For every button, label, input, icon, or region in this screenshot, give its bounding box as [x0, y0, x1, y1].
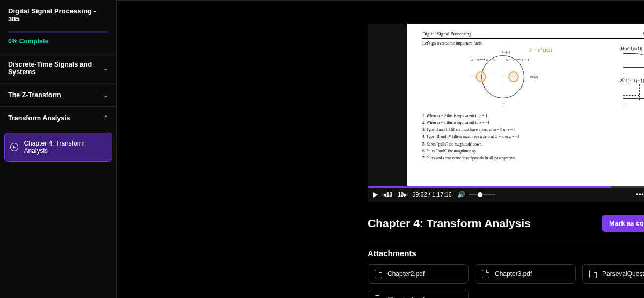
file-icon [482, 270, 489, 278]
video-time: 59:52 / 1:17:16 [412, 191, 451, 198]
section-title: Transform Analysis [8, 114, 70, 122]
video-player[interactable]: Digital Signal Processing Saad Almajdi L… [368, 24, 644, 202]
attachment-chapter4[interactable]: Chapter4.pdf [368, 290, 469, 298]
label-im: Im[z] [502, 50, 510, 54]
attachment-chapter3[interactable]: Chapter3.pdf [475, 264, 576, 284]
section-z-transform: The Z-Transform ⌄ [0, 83, 116, 106]
section-title: Discrete-Time Signals and Systems [8, 61, 103, 76]
skip-forward-button[interactable]: 10▸ [398, 192, 407, 198]
fact-item: When ω = 0 this is equivalent to z = 1 [422, 112, 644, 119]
attachments-heading: Attachments [368, 249, 644, 258]
chevron-down-icon: ⌄ [103, 64, 108, 72]
attachments-grid: Chapter2.pdf Chapter3.pdf ParsevalQuesti… [368, 264, 644, 298]
section-title: The Z-Transform [8, 91, 61, 99]
section-body: ▶ Chapter 4: Transform Analysis [0, 129, 116, 167]
attachment-chapter2[interactable]: Chapter2.pdf [368, 264, 469, 284]
slide-lead: Let's go over some important facts. [422, 41, 644, 46]
sidebar: Digital Signal Processing - 385 0% Compl… [0, 0, 117, 298]
fact-item: When ω = π this is equivalent to z = −1 [422, 119, 644, 126]
volume-control[interactable]: 🔊 [457, 191, 495, 198]
chapter-title: Chapter 4: Transform Analysis [368, 217, 531, 230]
section-header[interactable]: Transform Analysis ⌃ [0, 107, 116, 129]
section-header[interactable]: The Z-Transform ⌄ [0, 84, 116, 106]
fact-item: Poles and zeros come in reciprocals in a… [422, 155, 644, 162]
lesson-item-transform-analysis[interactable]: ▶ Chapter 4: Transform Analysis [4, 133, 112, 162]
section-transform-analysis: Transform Analysis ⌃ ▶ Chapter 4: Transf… [0, 106, 116, 167]
fact-item: Type II and III filters must have a zero… [422, 126, 644, 133]
progress: 0% Complete [0, 31, 116, 53]
mark-complete-button[interactable]: Mark as complete ✓ [602, 215, 644, 232]
volume-bar[interactable] [469, 194, 495, 195]
attachment-parseval[interactable]: ParsevalQuestion.pdf [582, 264, 644, 284]
label-left: ω = π ⟺ z = −1 [471, 57, 496, 62]
section-discrete-time: Discrete-Time Signals and Systems ⌄ [0, 53, 116, 83]
video-controls: ▶ ◂10 10▸ 59:52 / 1:17:16 🔊 [368, 187, 644, 202]
section-header[interactable]: Discrete-Time Signals and Systems ⌄ [0, 53, 116, 83]
file-icon [589, 270, 597, 278]
more-icon[interactable]: ••• [636, 191, 644, 198]
lesson-label: Chapter 4: Transform Analysis [24, 140, 106, 155]
slide-figure: Im[z] Re[z] ω = π ⟺ z = −1 ω = 0 ⟺ z = 1… [422, 50, 644, 109]
fact-item: Poles "push" the magnitude up. [422, 148, 644, 155]
annotation-zexp: z = e^{jω} [530, 47, 552, 53]
progress-label: 0% Complete [8, 38, 108, 45]
fact-item: Type III and IV filters must have a zero… [422, 133, 644, 140]
slide-facts-list: When ω = 0 this is equivalent to z = 1 W… [422, 112, 644, 162]
volume-icon[interactable]: 🔊 [457, 191, 465, 198]
divider [368, 241, 644, 241]
file-icon [375, 270, 382, 278]
play-icon[interactable]: ▶ [373, 191, 378, 198]
play-circle-icon: ▶ [10, 143, 18, 151]
chevron-up-icon: ⌃ [103, 114, 108, 122]
skip-back-button[interactable]: ◂10 [383, 192, 392, 198]
slide-doc-title: Digital Signal Processing [422, 31, 472, 37]
label-re: Re[z] [530, 75, 538, 79]
label-right: ω = 0 ⟺ z = 1 [506, 57, 529, 62]
course-title: Digital Signal Processing - 385 [0, 0, 116, 31]
chevron-down-icon: ⌄ [103, 91, 108, 99]
file-icon [375, 295, 382, 298]
progress-bar [8, 31, 108, 33]
video-slide: Digital Signal Processing Saad Almajdi L… [407, 24, 644, 186]
fact-item: Zeros "pulls" the magnitude down. [422, 141, 644, 148]
main: Digital Signal Processing Saad Almajdi L… [117, 0, 644, 298]
